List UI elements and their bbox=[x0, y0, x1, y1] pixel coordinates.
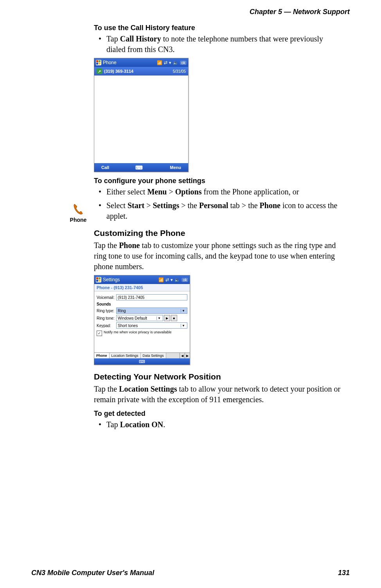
svg-rect-4 bbox=[96, 277, 98, 279]
screenshot-phone-history: Phone 📶 ⇄ ▾ 🔈 ok ↗ (319) 369-3114 5/31/0… bbox=[94, 58, 189, 172]
bullet-dot: • bbox=[99, 34, 106, 55]
bold: Call History bbox=[120, 34, 161, 43]
bullet-text: Select Start > Settings > the Personal t… bbox=[106, 200, 342, 221]
sip-bar[interactable]: ⌨ bbox=[94, 358, 190, 365]
heading-call-history: To use the Call History feature bbox=[94, 24, 342, 32]
svg-rect-5 bbox=[99, 277, 101, 279]
titlebar: Settings 📶 ⇄ ▾ 🔈 ok bbox=[94, 275, 190, 284]
sip-icon[interactable]: ⌨ bbox=[135, 165, 144, 171]
signal-icon: 📶 bbox=[157, 60, 162, 65]
tab-location-settings[interactable]: Location Settings bbox=[110, 353, 141, 358]
bold: Location ON bbox=[120, 420, 164, 429]
titlebar-title: Phone bbox=[103, 60, 117, 65]
privacy-checkbox[interactable]: ✓ bbox=[97, 331, 102, 336]
svg-rect-7 bbox=[99, 280, 101, 282]
antenna-icon: ▾ bbox=[169, 60, 171, 65]
titlebar-title: Settings bbox=[103, 277, 120, 282]
heading-network-position: Detecting Your Network Position bbox=[94, 372, 342, 381]
text: from the Phone application, or bbox=[202, 187, 299, 196]
voicemail-label: Voicemail: bbox=[97, 295, 116, 300]
select-value: Short tones bbox=[118, 324, 138, 328]
text: > bbox=[167, 187, 175, 196]
text: > the bbox=[179, 201, 199, 210]
bold: Location Settings bbox=[119, 385, 177, 393]
bullet-dot: • bbox=[99, 419, 106, 430]
text: Tap bbox=[106, 34, 120, 43]
softkey-bar: Call ⌨ Menu bbox=[94, 163, 188, 172]
bullet-text: Either select Menu > Options from the Ph… bbox=[106, 187, 299, 197]
sounds-section-label: Sounds bbox=[97, 302, 187, 306]
volume-icon: 🔈 bbox=[174, 277, 180, 282]
phone-applet-icon: Phone bbox=[66, 203, 90, 223]
text: tab > the bbox=[228, 201, 259, 210]
call-date: 5/31/05 bbox=[173, 69, 186, 74]
tab-data-settings[interactable]: Data Settings bbox=[141, 353, 166, 358]
ringtone-label: Ring tone: bbox=[97, 316, 116, 320]
start-icon bbox=[96, 60, 101, 65]
voicemail-input[interactable]: (913) 231-7405 bbox=[116, 294, 187, 300]
bullet-start-settings: • Select Start > Settings > the Personal… bbox=[99, 200, 342, 221]
svg-rect-3 bbox=[99, 63, 101, 65]
bold: Settings bbox=[153, 201, 179, 210]
screenshot-phone-settings: Settings 📶 ⇄ ▾ 🔈 ok Phone - (913) 231-74… bbox=[94, 275, 190, 365]
tab-scroll-right[interactable]: ▶ bbox=[185, 353, 190, 358]
ok-button[interactable]: ok bbox=[180, 61, 187, 65]
heading-configure-settings: To configure your phone settings bbox=[94, 177, 342, 185]
call-number: (319) 369-3114 bbox=[104, 69, 133, 74]
ringtone-select[interactable]: Windows Default▼ bbox=[116, 315, 163, 321]
signal-icon: 📶 bbox=[158, 277, 164, 282]
dropdown-icon: ▼ bbox=[181, 309, 186, 313]
connectivity-icon: ⇄ bbox=[165, 277, 169, 282]
volume-icon: 🔈 bbox=[173, 60, 178, 65]
footer-page-number: 131 bbox=[338, 569, 350, 577]
bullet-menu-options: • Either select Menu > Options from the … bbox=[99, 187, 342, 197]
bold: Start bbox=[128, 201, 144, 210]
ringtype-select[interactable]: Ring▼ bbox=[116, 307, 187, 314]
para-network-position: Tap the Location Settings tab to allow y… bbox=[94, 384, 342, 405]
bold: Personal bbox=[199, 201, 228, 210]
text: Tap the bbox=[94, 241, 119, 250]
stop-button[interactable]: ■ bbox=[171, 315, 177, 321]
text: Either select bbox=[106, 187, 147, 196]
bold: Phone bbox=[119, 241, 140, 250]
bold: Options bbox=[175, 187, 202, 196]
connectivity-icon: ⇄ bbox=[164, 60, 167, 65]
play-button[interactable]: ▶ bbox=[164, 315, 170, 321]
text: Tap the bbox=[94, 385, 119, 393]
text: Select bbox=[106, 201, 128, 210]
privacy-checkbox-label: Notify me when voice privacy is unavaila… bbox=[104, 331, 172, 334]
ringtype-label: Ring type: bbox=[97, 309, 116, 313]
svg-rect-2 bbox=[96, 63, 98, 65]
softkey-menu[interactable]: Menu bbox=[170, 165, 181, 170]
heading-customizing-phone: Customizing the Phone bbox=[94, 228, 342, 238]
text: Tap bbox=[106, 420, 120, 429]
text: . bbox=[163, 420, 165, 429]
para-customizing: Tap the Phone tab to customize your phon… bbox=[94, 240, 342, 272]
select-value: Ring bbox=[118, 309, 126, 313]
bullet-call-history: • Tap Call History to note the telephone… bbox=[99, 34, 342, 55]
bold: Menu bbox=[147, 187, 167, 196]
outgoing-call-icon: ↗ bbox=[97, 68, 102, 74]
phone-icon bbox=[72, 203, 85, 216]
tab-scroll-left[interactable]: ◀ bbox=[180, 353, 185, 358]
dropdown-icon: ▼ bbox=[181, 324, 186, 327]
antenna-icon: ▾ bbox=[171, 277, 173, 282]
bullet-text: Tap Call History to note the telephone n… bbox=[106, 34, 342, 55]
titlebar: Phone 📶 ⇄ ▾ 🔈 ok bbox=[94, 58, 188, 67]
svg-rect-6 bbox=[96, 280, 98, 282]
bullet-location-on: • Tap Location ON. bbox=[99, 419, 342, 430]
bullet-text: Tap Location ON. bbox=[106, 419, 165, 430]
tab-phone[interactable]: Phone bbox=[94, 353, 110, 358]
dropdown-icon: ▼ bbox=[156, 316, 162, 320]
text: > bbox=[144, 201, 153, 210]
keypad-label: Keypad: bbox=[97, 324, 116, 328]
keypad-select[interactable]: Short tones▼ bbox=[116, 322, 187, 329]
bold: Phone bbox=[260, 201, 280, 210]
svg-rect-0 bbox=[96, 60, 98, 62]
svg-rect-1 bbox=[99, 60, 101, 62]
tab-strip: Phone Location Settings Data Settings ◀ … bbox=[94, 352, 190, 358]
call-entry-row[interactable]: ↗ (319) 369-3114 5/31/05 bbox=[94, 67, 188, 76]
ok-button[interactable]: ok bbox=[182, 278, 188, 282]
softkey-call[interactable]: Call bbox=[101, 165, 109, 170]
settings-form: Voicemail: (913) 231-7405 Sounds Ring ty… bbox=[94, 291, 190, 352]
